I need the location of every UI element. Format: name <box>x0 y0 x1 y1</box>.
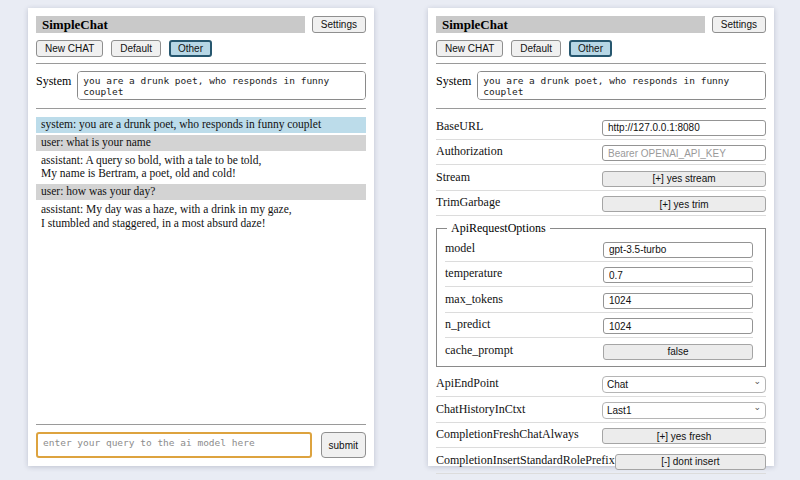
setting-row-max-tokens: max_tokens <box>445 287 753 313</box>
session-tab-default[interactable]: Default <box>511 40 561 57</box>
divider <box>436 108 766 109</box>
model-input[interactable] <box>603 242 753 258</box>
setting-row-trimgarbage: TrimGarbage [+] yes trim <box>436 191 766 217</box>
chathistoryinctxt-label: ChatHistoryInCtxt <box>436 402 525 417</box>
chathistoryinctxt-select[interactable]: Last1 <box>602 402 766 419</box>
n-predict-label: n_predict <box>445 317 490 332</box>
max-tokens-input[interactable] <box>603 293 753 309</box>
new-chat-button[interactable]: New CHAT <box>36 40 103 57</box>
chat-message-user: user: how was your day? <box>36 184 366 200</box>
setting-row-cache-prompt: cache_prompt false <box>445 338 753 363</box>
setting-row-authorization: Authorization <box>436 140 766 166</box>
divider <box>36 63 366 64</box>
system-prompt-input[interactable]: you are a drunk poet, who responds in fu… <box>77 71 366 100</box>
app-title: SimpleChat <box>36 16 305 33</box>
session-tab-default[interactable]: Default <box>111 40 161 57</box>
completioninsertstandardroleprefix-label: CompletionInsertStandardRolePrefix <box>436 453 615 468</box>
setting-row-completionfreshchatalways: CompletionFreshChatAlways [+] yes fresh <box>436 423 766 449</box>
system-prompt-input[interactable]: you are a drunk poet, who responds in fu… <box>477 71 766 100</box>
settings-button[interactable]: Settings <box>712 16 766 33</box>
query-row: submit <box>36 432 366 458</box>
divider <box>36 108 366 109</box>
setting-row-n-predict: n_predict <box>445 313 753 339</box>
max-tokens-label: max_tokens <box>445 292 503 307</box>
new-chat-button[interactable]: New CHAT <box>436 40 503 57</box>
divider <box>436 63 766 64</box>
spacer <box>36 234 366 418</box>
model-label: model <box>445 241 475 256</box>
completionfreshchatalways-label: CompletionFreshChatAlways <box>436 427 579 442</box>
setting-row-baseurl: BaseURL <box>436 114 766 140</box>
trimgarbage-label: TrimGarbage <box>436 195 500 210</box>
system-label: System <box>36 71 71 100</box>
api-request-options-legend: ApiRequestOptions <box>447 221 550 236</box>
settings-button[interactable]: Settings <box>312 16 366 33</box>
header: SimpleChat Settings <box>436 16 766 33</box>
system-prompt-row: System you are a drunk poet, who respond… <box>436 71 766 100</box>
system-prompt-row: System you are a drunk poet, who respond… <box>36 71 366 100</box>
stream-label: Stream <box>436 170 470 185</box>
authorization-label: Authorization <box>436 144 503 159</box>
app-title: SimpleChat <box>436 16 705 33</box>
chat-message-user: user: what is your name <box>36 135 366 151</box>
apiendpoint-label: ApiEndPoint <box>436 376 499 391</box>
temperature-label: temperature <box>445 266 502 281</box>
setting-row-model: model <box>445 236 753 262</box>
divider <box>36 424 366 425</box>
apiendpoint-select[interactable]: Chat <box>602 376 766 393</box>
session-tab-other[interactable]: Other <box>169 40 212 57</box>
n-predict-input[interactable] <box>603 318 753 334</box>
session-tab-other[interactable]: Other <box>569 40 612 57</box>
api-request-options-group: ApiRequestOptions model temperature max_… <box>436 221 766 367</box>
baseurl-input[interactable] <box>602 120 766 136</box>
baseurl-label: BaseURL <box>436 119 483 134</box>
cache-prompt-label: cache_prompt <box>445 343 513 358</box>
completionfreshchatalways-toggle-button[interactable]: [+] yes fresh <box>602 428 766 444</box>
settings-panel: SimpleChat Settings New CHAT Default Oth… <box>428 8 774 466</box>
setting-row-chathistoryinctxt: ChatHistoryInCtxt Last1 ⌄ <box>436 397 766 423</box>
chat-messages: system: you are a drunk poet, who respon… <box>36 117 366 234</box>
setting-row-apiendpoint: ApiEndPoint Chat ⌄ <box>436 371 766 397</box>
authorization-input[interactable] <box>602 145 766 161</box>
system-label: System <box>436 71 471 100</box>
setting-row-temperature: temperature <box>445 262 753 288</box>
session-toolbar: New CHAT Default Other <box>36 40 366 57</box>
session-toolbar: New CHAT Default Other <box>436 40 766 57</box>
chat-message-system: system: you are a drunk poet, who respon… <box>36 117 366 133</box>
setting-row-stream: Stream [+] yes stream <box>436 165 766 191</box>
stream-toggle-button[interactable]: [+] yes stream <box>602 171 766 187</box>
trimgarbage-toggle-button[interactable]: [+] yes trim <box>602 196 766 212</box>
chat-message-assistant: assistant: My day was a haze, with a dri… <box>36 202 366 232</box>
setting-row-completioninsertstandardroleprefix: CompletionInsertStandardRolePrefix [-] d… <box>436 448 766 474</box>
chat-message-assistant: assistant: A query so bold, with a tale … <box>36 153 366 183</box>
header: SimpleChat Settings <box>36 16 366 33</box>
temperature-input[interactable] <box>603 267 753 283</box>
chat-panel: SimpleChat Settings New CHAT Default Oth… <box>28 8 374 466</box>
submit-button[interactable]: submit <box>321 432 366 458</box>
query-input[interactable] <box>36 432 312 458</box>
cache-prompt-toggle-button[interactable]: false <box>603 344 753 360</box>
completioninsertstandardroleprefix-toggle-button[interactable]: [-] dont insert <box>615 454 766 470</box>
